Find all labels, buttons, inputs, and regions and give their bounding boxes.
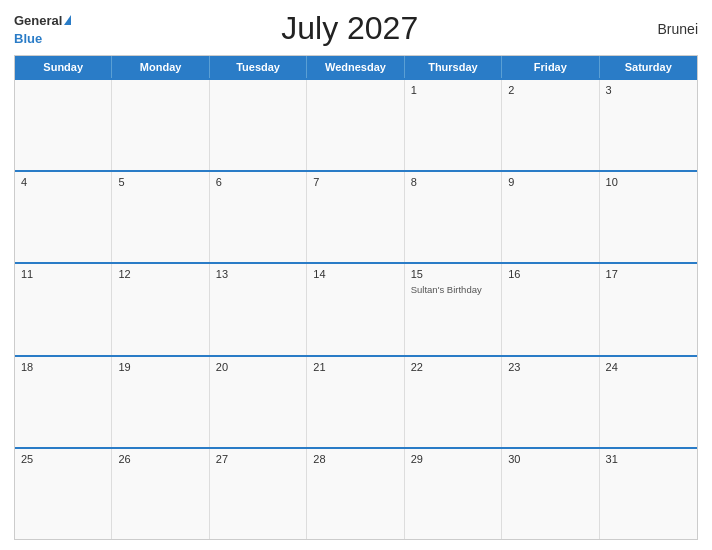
- page: General Blue July 2027 Brunei SundayMond…: [0, 0, 712, 550]
- cal-cell-30: 30: [502, 449, 599, 539]
- day-number: 14: [313, 268, 397, 280]
- cal-cell-22: 22: [405, 357, 502, 447]
- logo-area: General Blue: [14, 11, 71, 47]
- day-number: 6: [216, 176, 300, 188]
- day-number: 13: [216, 268, 300, 280]
- cal-cell-31: 31: [600, 449, 697, 539]
- calendar-week-5: 25262728293031: [15, 447, 697, 539]
- cal-cell-28: 28: [307, 449, 404, 539]
- day-number: 22: [411, 361, 495, 373]
- day-number: 31: [606, 453, 691, 465]
- cal-cell-2: 2: [502, 80, 599, 170]
- day-number: 12: [118, 268, 202, 280]
- weekday-header-tuesday: Tuesday: [210, 56, 307, 78]
- day-number: 26: [118, 453, 202, 465]
- cal-cell-4: 4: [15, 172, 112, 262]
- calendar-week-2: 45678910: [15, 170, 697, 262]
- day-number: 30: [508, 453, 592, 465]
- day-number: 7: [313, 176, 397, 188]
- header: General Blue July 2027 Brunei: [14, 10, 698, 47]
- cal-cell-29: 29: [405, 449, 502, 539]
- cal-cell-1: 1: [405, 80, 502, 170]
- country-label: Brunei: [628, 21, 698, 37]
- day-number: 15: [411, 268, 495, 280]
- day-number: 21: [313, 361, 397, 373]
- weekday-header-wednesday: Wednesday: [307, 56, 404, 78]
- day-number: 9: [508, 176, 592, 188]
- cal-cell-6: 6: [210, 172, 307, 262]
- day-number: 24: [606, 361, 691, 373]
- cal-cell-25: 25: [15, 449, 112, 539]
- day-number: 11: [21, 268, 105, 280]
- day-number: 2: [508, 84, 592, 96]
- calendar-week-4: 18192021222324: [15, 355, 697, 447]
- cal-cell-23: 23: [502, 357, 599, 447]
- cal-cell-7: 7: [307, 172, 404, 262]
- weekday-header-friday: Friday: [502, 56, 599, 78]
- logo-general-text: General: [14, 13, 62, 28]
- day-number: 10: [606, 176, 691, 188]
- day-number: 19: [118, 361, 202, 373]
- cal-cell-empty-0-2: [210, 80, 307, 170]
- day-number: 20: [216, 361, 300, 373]
- logo-blue-text: Blue: [14, 31, 42, 46]
- day-number: 1: [411, 84, 495, 96]
- calendar-week-3: 1112131415Sultan's Birthday1617: [15, 262, 697, 354]
- cal-cell-10: 10: [600, 172, 697, 262]
- cal-cell-5: 5: [112, 172, 209, 262]
- cal-cell-27: 27: [210, 449, 307, 539]
- cal-cell-3: 3: [600, 80, 697, 170]
- weekday-header-thursday: Thursday: [405, 56, 502, 78]
- logo-general-line: General: [14, 11, 71, 29]
- weekday-header-saturday: Saturday: [600, 56, 697, 78]
- calendar-header-row: SundayMondayTuesdayWednesdayThursdayFrid…: [15, 56, 697, 78]
- cal-cell-empty-0-3: [307, 80, 404, 170]
- day-number: 18: [21, 361, 105, 373]
- calendar-body: 123456789101112131415Sultan's Birthday16…: [15, 78, 697, 539]
- event-label: Sultan's Birthday: [411, 284, 495, 296]
- day-number: 3: [606, 84, 691, 96]
- weekday-header-monday: Monday: [112, 56, 209, 78]
- cal-cell-12: 12: [112, 264, 209, 354]
- cal-cell-empty-0-0: [15, 80, 112, 170]
- cal-cell-16: 16: [502, 264, 599, 354]
- logo-triangle-icon: [64, 15, 71, 25]
- cal-cell-14: 14: [307, 264, 404, 354]
- cal-cell-17: 17: [600, 264, 697, 354]
- cal-cell-13: 13: [210, 264, 307, 354]
- day-number: 17: [606, 268, 691, 280]
- day-number: 27: [216, 453, 300, 465]
- calendar: SundayMondayTuesdayWednesdayThursdayFrid…: [14, 55, 698, 540]
- calendar-week-1: 123: [15, 78, 697, 170]
- day-number: 29: [411, 453, 495, 465]
- cal-cell-19: 19: [112, 357, 209, 447]
- day-number: 8: [411, 176, 495, 188]
- cal-cell-9: 9: [502, 172, 599, 262]
- day-number: 16: [508, 268, 592, 280]
- day-number: 4: [21, 176, 105, 188]
- day-number: 28: [313, 453, 397, 465]
- day-number: 23: [508, 361, 592, 373]
- cal-cell-15: 15Sultan's Birthday: [405, 264, 502, 354]
- cal-cell-11: 11: [15, 264, 112, 354]
- cal-cell-24: 24: [600, 357, 697, 447]
- weekday-header-sunday: Sunday: [15, 56, 112, 78]
- cal-cell-21: 21: [307, 357, 404, 447]
- day-number: 5: [118, 176, 202, 188]
- cal-cell-18: 18: [15, 357, 112, 447]
- calendar-title: July 2027: [71, 10, 628, 47]
- day-number: 25: [21, 453, 105, 465]
- cal-cell-26: 26: [112, 449, 209, 539]
- cal-cell-empty-0-1: [112, 80, 209, 170]
- cal-cell-20: 20: [210, 357, 307, 447]
- cal-cell-8: 8: [405, 172, 502, 262]
